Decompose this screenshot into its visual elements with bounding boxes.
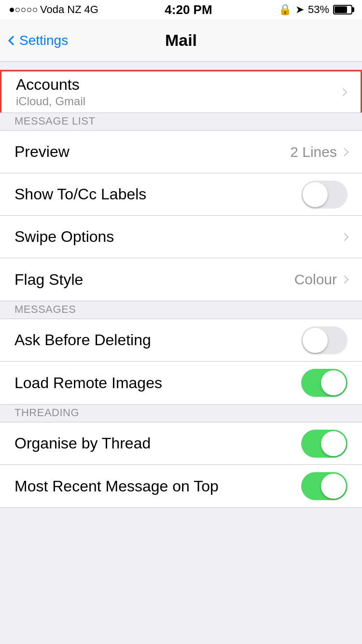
organise-by-thread-toggle-knob <box>321 431 346 456</box>
messages-header: MESSAGES <box>14 303 76 316</box>
accounts-chevron-icon <box>339 88 348 96</box>
signal-dot-2 <box>15 8 20 12</box>
flag-style-row[interactable]: Flag Style Colour <box>0 258 362 301</box>
preview-label: Preview <box>14 143 290 161</box>
show-tocc-row: Show To/Cc Labels <box>0 173 362 216</box>
back-label: Settings <box>19 33 68 48</box>
battery-icon <box>333 5 352 14</box>
messages-section-gap: MESSAGES <box>0 301 362 319</box>
back-button[interactable]: Settings <box>10 33 68 48</box>
preview-chevron-icon <box>341 148 349 156</box>
load-remote-images-label: Load Remote Images <box>14 374 301 392</box>
accounts-sublabel: iCloud, Gmail <box>16 95 340 108</box>
signal-dot-5 <box>33 8 37 12</box>
swipe-options-label: Swipe Options <box>14 228 342 246</box>
threading-section-gap: THREADING <box>0 405 362 422</box>
most-recent-on-top-label: Most Recent Message on Top <box>14 477 301 495</box>
ask-before-deleting-row: Ask Before Deleting <box>0 319 362 362</box>
status-left: Voda NZ 4G <box>10 3 98 16</box>
accounts-group: Accounts iCloud, Gmail <box>0 70 362 113</box>
swipe-options-chevron-icon <box>341 233 349 241</box>
network-type-label: 4G <box>84 3 98 16</box>
ask-before-deleting-toggle[interactable] <box>301 326 348 354</box>
show-tocc-toggle-knob <box>303 182 328 207</box>
accounts-label: Accounts <box>16 76 340 94</box>
most-recent-on-top-toggle-knob <box>321 474 346 499</box>
flag-style-value: Colour <box>294 271 337 288</box>
load-remote-images-toggle[interactable] <box>301 369 348 397</box>
location-icon: ➤ <box>295 3 304 16</box>
preview-row[interactable]: Preview 2 Lines <box>0 131 362 173</box>
threading-header: THREADING <box>14 406 79 419</box>
message-list-header: MESSAGE LIST <box>14 115 95 127</box>
accounts-row[interactable]: Accounts iCloud, Gmail <box>0 70 362 112</box>
page-title: Mail <box>165 31 197 50</box>
signal-strength <box>10 8 37 12</box>
lock-icon: 🔒 <box>278 3 292 16</box>
swipe-options-row[interactable]: Swipe Options <box>0 216 362 258</box>
organise-by-thread-label: Organise by Thread <box>14 434 301 452</box>
message-list-group: Preview 2 Lines Show To/Cc Labels Swipe … <box>0 130 362 301</box>
organise-by-thread-row: Organise by Thread <box>0 422 362 465</box>
status-time: 4:20 PM <box>165 2 212 17</box>
organise-by-thread-toggle[interactable] <box>301 430 348 458</box>
message-list-section-gap: MESSAGE LIST <box>0 113 362 130</box>
nav-bar: Settings Mail <box>0 19 362 62</box>
status-right: 🔒 ➤ 53% <box>278 3 352 16</box>
top-spacer <box>0 62 362 70</box>
status-bar: Voda NZ 4G 4:20 PM 🔒 ➤ 53% <box>0 0 362 19</box>
carrier-label: Voda NZ <box>40 3 82 16</box>
ask-before-deleting-toggle-knob <box>303 328 328 353</box>
flag-style-label: Flag Style <box>14 271 294 289</box>
most-recent-on-top-row: Most Recent Message on Top <box>0 465 362 507</box>
messages-group: Ask Before Deleting Load Remote Images <box>0 319 362 405</box>
signal-dot-1 <box>10 8 14 12</box>
preview-value: 2 Lines <box>290 144 337 160</box>
show-tocc-label: Show To/Cc Labels <box>14 185 301 203</box>
load-remote-images-toggle-knob <box>321 370 346 395</box>
accounts-content: Accounts iCloud, Gmail <box>16 76 340 108</box>
chevron-left-icon <box>8 36 18 45</box>
load-remote-images-row: Load Remote Images <box>0 362 362 404</box>
flag-style-chevron-icon <box>341 276 349 284</box>
most-recent-on-top-toggle[interactable] <box>301 472 348 500</box>
battery-percentage: 53% <box>308 3 329 16</box>
show-tocc-toggle[interactable] <box>301 181 348 209</box>
ask-before-deleting-label: Ask Before Deleting <box>14 331 301 349</box>
threading-group: Organise by Thread Most Recent Message o… <box>0 422 362 508</box>
signal-dot-4 <box>27 8 31 12</box>
signal-dot-3 <box>21 8 26 12</box>
